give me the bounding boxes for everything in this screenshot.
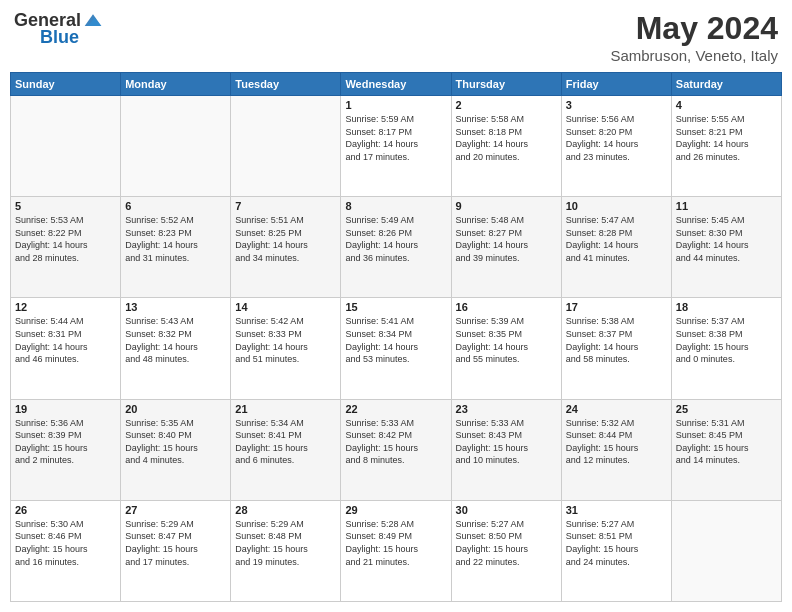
calendar-cell: [121, 96, 231, 197]
calendar-cell: 10Sunrise: 5:47 AM Sunset: 8:28 PM Dayli…: [561, 197, 671, 298]
day-number: 29: [345, 504, 446, 516]
day-number: 14: [235, 301, 336, 313]
calendar-cell: 8Sunrise: 5:49 AM Sunset: 8:26 PM Daylig…: [341, 197, 451, 298]
day-number: 4: [676, 99, 777, 111]
day-number: 12: [15, 301, 116, 313]
col-header-thursday: Thursday: [451, 73, 561, 96]
day-info: Sunrise: 5:41 AM Sunset: 8:34 PM Dayligh…: [345, 315, 446, 365]
calendar-cell: 1Sunrise: 5:59 AM Sunset: 8:17 PM Daylig…: [341, 96, 451, 197]
calendar-cell: 24Sunrise: 5:32 AM Sunset: 8:44 PM Dayli…: [561, 399, 671, 500]
calendar-table: SundayMondayTuesdayWednesdayThursdayFrid…: [10, 72, 782, 602]
calendar-cell: 15Sunrise: 5:41 AM Sunset: 8:34 PM Dayli…: [341, 298, 451, 399]
calendar-cell: 4Sunrise: 5:55 AM Sunset: 8:21 PM Daylig…: [671, 96, 781, 197]
calendar-cell: 17Sunrise: 5:38 AM Sunset: 8:37 PM Dayli…: [561, 298, 671, 399]
page: General Blue May 2024 Sambruson, Veneto,…: [0, 0, 792, 612]
header: General Blue May 2024 Sambruson, Veneto,…: [10, 10, 782, 64]
day-number: 24: [566, 403, 667, 415]
calendar-cell: 13Sunrise: 5:43 AM Sunset: 8:32 PM Dayli…: [121, 298, 231, 399]
day-number: 13: [125, 301, 226, 313]
calendar-cell: 29Sunrise: 5:28 AM Sunset: 8:49 PM Dayli…: [341, 500, 451, 601]
location-title: Sambruson, Veneto, Italy: [610, 47, 778, 64]
calendar-cell: 14Sunrise: 5:42 AM Sunset: 8:33 PM Dayli…: [231, 298, 341, 399]
calendar-cell: 22Sunrise: 5:33 AM Sunset: 8:42 PM Dayli…: [341, 399, 451, 500]
calendar-cell: 23Sunrise: 5:33 AM Sunset: 8:43 PM Dayli…: [451, 399, 561, 500]
day-number: 5: [15, 200, 116, 212]
logo-blue: Blue: [40, 27, 79, 48]
logo: General Blue: [14, 10, 103, 48]
calendar-week-row: 19Sunrise: 5:36 AM Sunset: 8:39 PM Dayli…: [11, 399, 782, 500]
col-header-monday: Monday: [121, 73, 231, 96]
calendar-cell: 12Sunrise: 5:44 AM Sunset: 8:31 PM Dayli…: [11, 298, 121, 399]
day-number: 10: [566, 200, 667, 212]
day-number: 28: [235, 504, 336, 516]
day-info: Sunrise: 5:34 AM Sunset: 8:41 PM Dayligh…: [235, 417, 336, 467]
calendar-cell: [11, 96, 121, 197]
day-number: 2: [456, 99, 557, 111]
calendar-cell: 20Sunrise: 5:35 AM Sunset: 8:40 PM Dayli…: [121, 399, 231, 500]
calendar-week-row: 5Sunrise: 5:53 AM Sunset: 8:22 PM Daylig…: [11, 197, 782, 298]
calendar-cell: 21Sunrise: 5:34 AM Sunset: 8:41 PM Dayli…: [231, 399, 341, 500]
calendar-cell: 16Sunrise: 5:39 AM Sunset: 8:35 PM Dayli…: [451, 298, 561, 399]
day-info: Sunrise: 5:48 AM Sunset: 8:27 PM Dayligh…: [456, 214, 557, 264]
day-info: Sunrise: 5:59 AM Sunset: 8:17 PM Dayligh…: [345, 113, 446, 163]
day-info: Sunrise: 5:52 AM Sunset: 8:23 PM Dayligh…: [125, 214, 226, 264]
calendar-cell: 11Sunrise: 5:45 AM Sunset: 8:30 PM Dayli…: [671, 197, 781, 298]
day-info: Sunrise: 5:36 AM Sunset: 8:39 PM Dayligh…: [15, 417, 116, 467]
calendar-week-row: 26Sunrise: 5:30 AM Sunset: 8:46 PM Dayli…: [11, 500, 782, 601]
day-number: 9: [456, 200, 557, 212]
day-number: 31: [566, 504, 667, 516]
day-number: 21: [235, 403, 336, 415]
day-info: Sunrise: 5:49 AM Sunset: 8:26 PM Dayligh…: [345, 214, 446, 264]
calendar-cell: 9Sunrise: 5:48 AM Sunset: 8:27 PM Daylig…: [451, 197, 561, 298]
calendar-cell: [671, 500, 781, 601]
calendar-cell: 7Sunrise: 5:51 AM Sunset: 8:25 PM Daylig…: [231, 197, 341, 298]
day-info: Sunrise: 5:31 AM Sunset: 8:45 PM Dayligh…: [676, 417, 777, 467]
calendar-cell: 30Sunrise: 5:27 AM Sunset: 8:50 PM Dayli…: [451, 500, 561, 601]
col-header-wednesday: Wednesday: [341, 73, 451, 96]
calendar-cell: 26Sunrise: 5:30 AM Sunset: 8:46 PM Dayli…: [11, 500, 121, 601]
col-header-saturday: Saturday: [671, 73, 781, 96]
day-info: Sunrise: 5:27 AM Sunset: 8:50 PM Dayligh…: [456, 518, 557, 568]
day-number: 19: [15, 403, 116, 415]
day-number: 3: [566, 99, 667, 111]
day-number: 6: [125, 200, 226, 212]
day-number: 22: [345, 403, 446, 415]
col-header-friday: Friday: [561, 73, 671, 96]
day-number: 15: [345, 301, 446, 313]
calendar-cell: 3Sunrise: 5:56 AM Sunset: 8:20 PM Daylig…: [561, 96, 671, 197]
col-header-sunday: Sunday: [11, 73, 121, 96]
day-number: 7: [235, 200, 336, 212]
day-info: Sunrise: 5:28 AM Sunset: 8:49 PM Dayligh…: [345, 518, 446, 568]
day-info: Sunrise: 5:38 AM Sunset: 8:37 PM Dayligh…: [566, 315, 667, 365]
day-number: 18: [676, 301, 777, 313]
month-title: May 2024: [610, 10, 778, 47]
calendar-cell: 2Sunrise: 5:58 AM Sunset: 8:18 PM Daylig…: [451, 96, 561, 197]
day-info: Sunrise: 5:45 AM Sunset: 8:30 PM Dayligh…: [676, 214, 777, 264]
day-info: Sunrise: 5:29 AM Sunset: 8:48 PM Dayligh…: [235, 518, 336, 568]
day-info: Sunrise: 5:51 AM Sunset: 8:25 PM Dayligh…: [235, 214, 336, 264]
day-info: Sunrise: 5:27 AM Sunset: 8:51 PM Dayligh…: [566, 518, 667, 568]
day-info: Sunrise: 5:29 AM Sunset: 8:47 PM Dayligh…: [125, 518, 226, 568]
day-number: 30: [456, 504, 557, 516]
day-number: 16: [456, 301, 557, 313]
calendar-cell: 25Sunrise: 5:31 AM Sunset: 8:45 PM Dayli…: [671, 399, 781, 500]
day-info: Sunrise: 5:32 AM Sunset: 8:44 PM Dayligh…: [566, 417, 667, 467]
day-number: 25: [676, 403, 777, 415]
day-info: Sunrise: 5:44 AM Sunset: 8:31 PM Dayligh…: [15, 315, 116, 365]
day-number: 20: [125, 403, 226, 415]
calendar-cell: 19Sunrise: 5:36 AM Sunset: 8:39 PM Dayli…: [11, 399, 121, 500]
day-number: 1: [345, 99, 446, 111]
day-number: 17: [566, 301, 667, 313]
day-info: Sunrise: 5:56 AM Sunset: 8:20 PM Dayligh…: [566, 113, 667, 163]
calendar-cell: 31Sunrise: 5:27 AM Sunset: 8:51 PM Dayli…: [561, 500, 671, 601]
title-section: May 2024 Sambruson, Veneto, Italy: [610, 10, 778, 64]
calendar-header-row: SundayMondayTuesdayWednesdayThursdayFrid…: [11, 73, 782, 96]
calendar-week-row: 1Sunrise: 5:59 AM Sunset: 8:17 PM Daylig…: [11, 96, 782, 197]
day-number: 27: [125, 504, 226, 516]
calendar-cell: 18Sunrise: 5:37 AM Sunset: 8:38 PM Dayli…: [671, 298, 781, 399]
day-info: Sunrise: 5:47 AM Sunset: 8:28 PM Dayligh…: [566, 214, 667, 264]
day-number: 11: [676, 200, 777, 212]
day-info: Sunrise: 5:37 AM Sunset: 8:38 PM Dayligh…: [676, 315, 777, 365]
day-info: Sunrise: 5:33 AM Sunset: 8:42 PM Dayligh…: [345, 417, 446, 467]
day-info: Sunrise: 5:58 AM Sunset: 8:18 PM Dayligh…: [456, 113, 557, 163]
